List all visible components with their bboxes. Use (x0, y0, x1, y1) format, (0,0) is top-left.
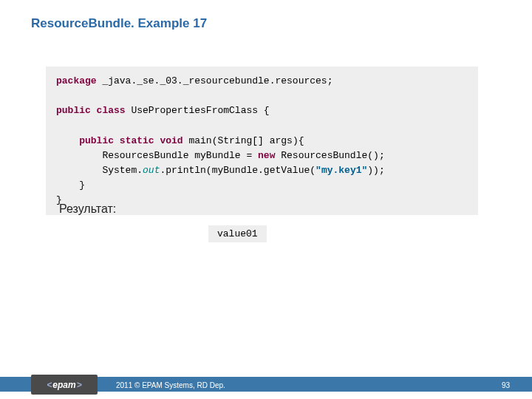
code-text: ResourcesBundle myBundle = (56, 150, 258, 161)
kw-new: new (258, 150, 275, 161)
result-value: value01 (208, 225, 267, 242)
id-out: out (143, 165, 160, 176)
code-indent (56, 135, 79, 146)
code-block: package _java._se._03._resourcebundle.re… (46, 66, 478, 215)
page-number: 93 (502, 381, 510, 389)
code-text: main(String[] args){ (183, 135, 304, 146)
kw-public-class: public class (56, 105, 126, 116)
code-text: System. (56, 165, 143, 176)
code-text: } (56, 180, 85, 191)
kw-package: package (56, 75, 97, 86)
code-text: _java._se._03._resourcebundle.resources; (97, 75, 333, 86)
code-text: )); (367, 165, 384, 176)
slide: ResourceBundle. Example 17 package _java… (0, 0, 532, 399)
result-label: Результат: (59, 202, 116, 216)
lit-string: "my.key1" (316, 165, 367, 176)
logo-epam: epam (31, 375, 98, 395)
code-text: ResourcesBundle(); (275, 150, 384, 161)
code-text: UsePropertiesFromClass { (126, 105, 270, 116)
slide-title: ResourceBundle. Example 17 (31, 16, 207, 31)
copyright-text: 2011 © EPAM Systems, RD Dep. (116, 381, 225, 389)
kw-public-static-void: public static void (79, 135, 183, 146)
code-text: .println(myBundle.getValue( (160, 165, 316, 176)
